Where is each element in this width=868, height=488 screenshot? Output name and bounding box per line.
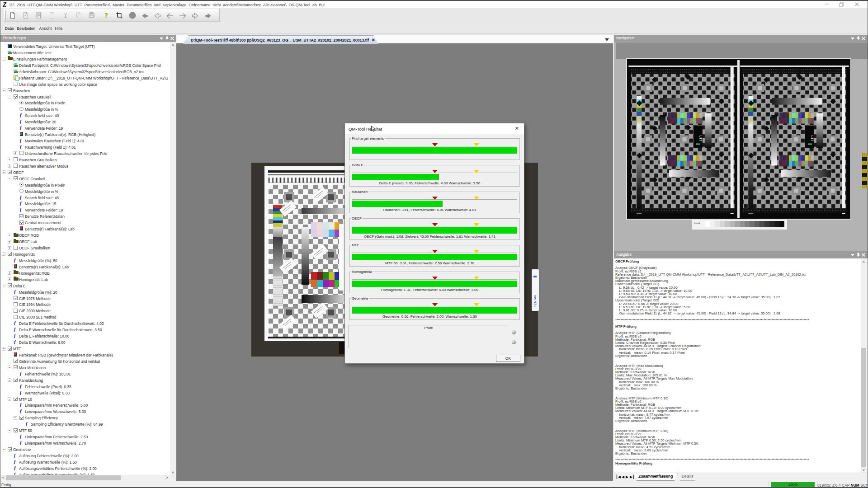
- svg-text:Kodak: Kodak: [694, 222, 701, 225]
- svg-text:?: ?: [105, 12, 108, 19]
